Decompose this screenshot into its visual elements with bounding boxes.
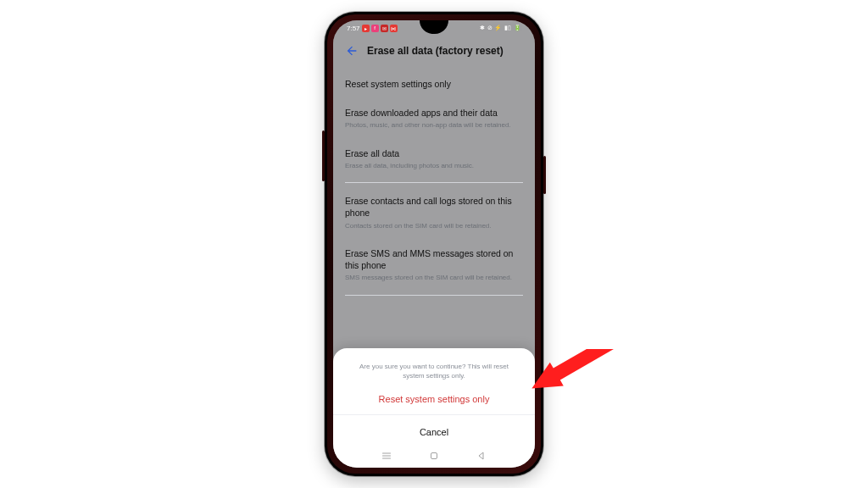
status-right: ✱ ⊘ ⚡ ▮▯ 🔋 [480,25,521,31]
confirm-reset-button[interactable]: Reset system settings only [345,380,523,414]
status-indicators: ✱ ⊘ ⚡ ▮▯ 🔋 [480,25,521,31]
annotation-arrow-icon [529,349,648,425]
option-label: Erase contacts and call logs stored on t… [345,195,523,219]
page-header: Erase all data (factory reset) [345,36,523,69]
back-icon[interactable] [345,44,359,58]
option-reset-system-settings[interactable]: Reset system settings only [345,69,523,98]
option-label: Reset system settings only [345,78,523,90]
phone-screen: 7:57 ▸ f ✉ ⋈ ✱ ⊘ ⚡ ▮▯ 🔋 Erase all data (… [333,20,535,468]
option-erase-all-data[interactable]: Erase all data Erase all data, including… [345,139,523,180]
notif-icon: ⋈ [390,25,398,32]
option-sub: Contacts stored on the SIM card will be … [345,222,523,230]
option-sub: Photos, music, and other non-app data wi… [345,121,523,130]
cancel-button[interactable]: Cancel [345,415,523,446]
status-left: 7:57 ▸ f ✉ ⋈ [347,25,398,32]
notif-icon: ✉ [381,25,388,32]
home-icon[interactable] [429,451,439,461]
status-bar: 7:57 ▸ f ✉ ⋈ ✱ ⊘ ⚡ ▮▯ 🔋 [345,20,523,36]
option-sub: Erase all data, including photos and mus… [345,162,523,170]
option-label: Erase SMS and MMS messages stored on thi… [345,247,523,271]
stage: 7:57 ▸ f ✉ ⋈ ✱ ⊘ ⚡ ▮▯ 🔋 Erase all data (… [0,0,868,488]
option-erase-contacts[interactable]: Erase contacts and call logs stored on t… [345,186,523,239]
status-time: 7:57 [347,25,360,32]
option-label: Erase all data [345,147,523,159]
notif-icon: f [371,25,379,32]
page-title: Erase all data (factory reset) [367,45,504,57]
notif-icon: ▸ [362,25,370,32]
recent-apps-icon[interactable] [381,451,392,461]
option-erase-apps[interactable]: Erase downloaded apps and their data Pho… [345,98,523,139]
option-erase-sms[interactable]: Erase SMS and MMS messages stored on thi… [345,239,523,291]
android-nav-bar [333,444,535,468]
svg-marker-1 [529,349,626,400]
option-label: Erase downloaded apps and their data [345,107,523,119]
divider [345,182,523,183]
volume-button [322,130,325,181]
confirm-dialog: Are you sure you want to continue? This … [333,348,535,468]
phone-frame: 7:57 ▸ f ✉ ⋈ ✱ ⊘ ⚡ ▮▯ 🔋 Erase all data (… [325,12,543,476]
divider [345,295,523,296]
dialog-message: Are you sure you want to continue? This … [345,362,523,380]
back-nav-icon[interactable] [476,451,487,461]
power-button [543,156,546,194]
option-sub: SMS messages stored on the SIM card will… [345,274,523,282]
svg-rect-0 [431,453,437,459]
